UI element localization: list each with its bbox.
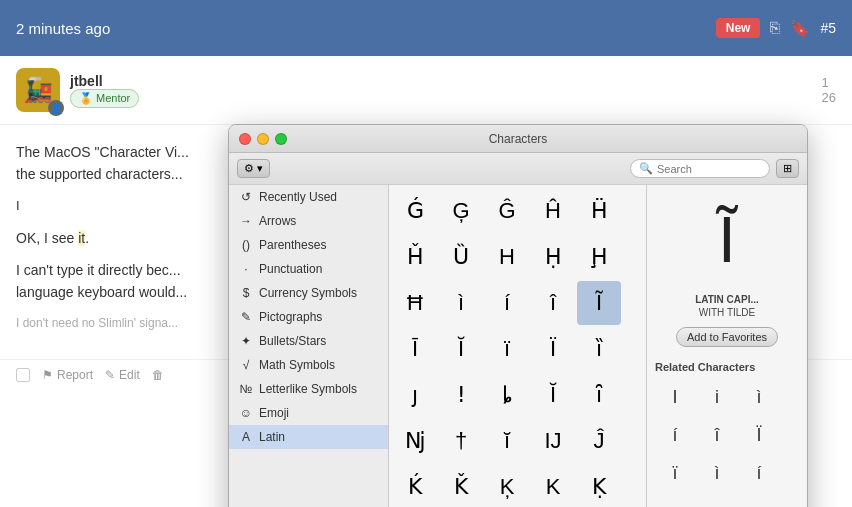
character-grid: Ǵ Ģ Ĝ Ĥ Ḧ Ȟ Ȕ H Ḥ Ḩ Ħ ì í î Ĩ Ī Ĭ ï Ï ȉ [389,185,647,507]
sidebar-item-emoji[interactable]: ☺ Emoji [229,401,388,425]
new-badge: New [716,18,761,38]
char-cell[interactable]: Ḩ [577,235,621,279]
char-cell[interactable]: ȋ [577,373,621,417]
char-cell[interactable]: Ȕ [439,235,483,279]
user-info: jtbell 🏅 Mentor [70,73,139,108]
char-cell[interactable]: ȴ [485,373,529,417]
char-cell[interactable]: Ĭ [531,373,575,417]
sidebar-label-emoji: Emoji [259,406,289,420]
char-cell[interactable]: ì [439,281,483,325]
sidebar-item-arrows[interactable]: → Arrows [229,209,388,233]
related-char[interactable]: i [697,379,737,415]
detail-panel: Ĩ LATIN CAPI... WITH TILDE Add to Favori… [647,185,807,507]
char-cell[interactable]: IJ [531,419,575,463]
pictographs-icon: ✎ [239,310,253,324]
char-cell[interactable]: † [439,419,483,463]
bullets-icon: ✦ [239,334,253,348]
char-cell[interactable]: Ī [393,327,437,371]
sidebar-label-pictographs: Pictographs [259,310,322,324]
maximize-button[interactable] [275,133,287,145]
related-char[interactable]: ì [739,379,779,415]
sidebar-item-pictographs[interactable]: ✎ Pictographs [229,305,388,329]
char-cell[interactable]: Ǵ [393,189,437,233]
char-cell[interactable]: Ķ [485,465,529,507]
post-checkbox[interactable] [16,368,30,382]
sidebar-item-latin[interactable]: A Latin [229,425,388,449]
char-cell[interactable]: Ĭ [439,327,483,371]
sidebar-label-punctuation: Punctuation [259,262,322,276]
char-cell[interactable]: Ȟ [393,235,437,279]
share-icon[interactable]: ⎘ [770,19,780,37]
sidebar-panel: ↺ Recently Used → Arrows () Parentheses … [229,185,389,507]
char-cell[interactable]: K [531,465,575,507]
sidebar-item-math-symbols[interactable]: √ Math Symbols [229,353,388,377]
related-char[interactable]: ï [655,455,695,491]
close-button[interactable] [239,133,251,145]
char-cell[interactable]: ǋ [393,419,437,463]
sidebar-label-parentheses: Parentheses [259,238,326,252]
bookmark-icon[interactable]: 🔖 [790,19,810,38]
post-header: 🚂 👤 jtbell 🏅 Mentor 126 [0,56,852,125]
char-cell[interactable]: ǃ [439,373,483,417]
sidebar-item-recently-used[interactable]: ↺ Recently Used [229,185,388,209]
related-char[interactable]: í [739,455,779,491]
window-body: ↺ Recently Used → Arrows () Parentheses … [229,185,807,507]
window-toolbar: ⚙ ▾ 🔍 ⊞ [229,153,807,185]
top-bar: 2 minutes ago New ⎘ 🔖 #5 [0,0,852,56]
char-cell[interactable]: î [531,281,575,325]
char-cell[interactable]: Ĵ [577,419,621,463]
recently-used-icon: ↺ [239,190,253,204]
sidebar-item-currency-symbols[interactable]: $ Currency Symbols [229,281,388,305]
characters-window: Characters ⚙ ▾ 🔍 ⊞ ↺ Recently Used [228,124,808,507]
char-cell[interactable]: Ħ [393,281,437,325]
chevron-icon: ▾ [257,162,263,175]
char-cell[interactable]: Ĝ [485,189,529,233]
mentor-label: Mentor [96,92,130,104]
char-cell[interactable]: Ḥ [531,235,575,279]
username: jtbell [70,73,139,89]
related-char[interactable]: Ï [739,417,779,453]
search-icon: 🔍 [639,162,653,175]
minimize-button[interactable] [257,133,269,145]
edit-button[interactable]: ✎ Edit [105,368,140,382]
parentheses-icon: () [239,238,253,252]
sidebar-label-letterlike: Letterlike Symbols [259,382,357,396]
search-field[interactable]: 🔍 [630,159,770,178]
top-bar-actions: New ⎘ 🔖 #5 [716,18,836,38]
related-char[interactable]: í [655,417,695,453]
char-cell[interactable]: ȉ [577,327,621,371]
char-cell[interactable]: Ï [531,327,575,371]
report-button[interactable]: ⚑ Report [42,368,93,382]
search-input[interactable] [657,163,757,175]
char-cell[interactable]: ȷ [393,373,437,417]
related-char[interactable]: ì [697,455,737,491]
sidebar-label-latin: Latin [259,430,285,444]
mentor-icon: 🏅 [79,92,93,105]
char-cell[interactable]: ï [485,327,529,371]
detail-name-line2: WITH TILDE [699,307,755,318]
related-characters-header: Related Characters [655,361,755,373]
add-to-favorites-button[interactable]: Add to Favorites [676,327,778,347]
char-cell[interactable]: Ḱ [393,465,437,507]
char-cell[interactable]: Ģ [439,189,483,233]
char-cell[interactable]: ĭ [485,419,529,463]
related-char[interactable]: I [655,379,695,415]
sidebar-item-bullets-stars[interactable]: ✦ Bullets/Stars [229,329,388,353]
gear-button[interactable]: ⚙ ▾ [237,159,270,178]
post-timestamp: 2 minutes ago [16,20,110,37]
sidebar-item-punctuation[interactable]: · Punctuation [229,257,388,281]
sidebar-item-parentheses[interactable]: () Parentheses [229,233,388,257]
char-cell[interactable]: Ǩ [439,465,483,507]
char-cell[interactable]: H [485,235,529,279]
char-cell[interactable]: Ḳ [577,465,621,507]
related-char[interactable]: î [697,417,737,453]
detail-name-line1: LATIN CAPI... [695,294,759,305]
sidebar-item-letterlike[interactable]: № Letterlike Symbols [229,377,388,401]
char-cell[interactable]: í [485,281,529,325]
char-cell[interactable]: Ḧ [577,189,621,233]
delete-button[interactable]: 🗑 [152,368,164,382]
char-cell[interactable]: Ĥ [531,189,575,233]
grid-view-button[interactable]: ⊞ [776,159,799,178]
char-cell-selected[interactable]: Ĩ [577,281,621,325]
letterlike-icon: № [239,382,253,396]
